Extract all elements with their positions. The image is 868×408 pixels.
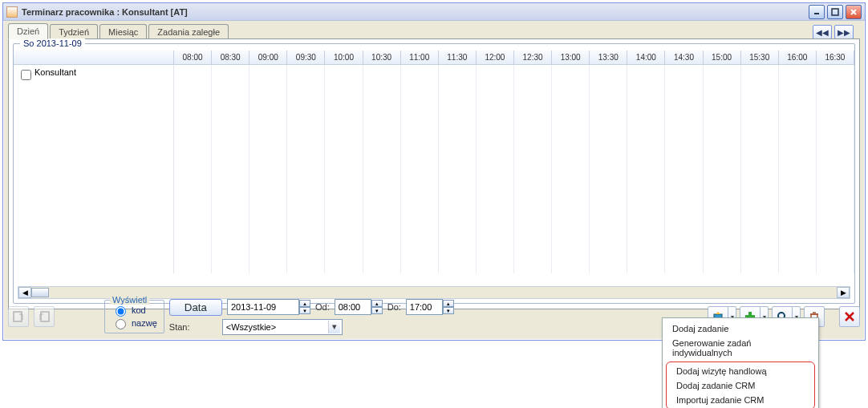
tab-week[interactable]: Tydzień xyxy=(50,24,98,39)
menu-add-task[interactable]: Dodaj zadanie xyxy=(664,321,817,336)
close-panel-button[interactable] xyxy=(839,306,860,327)
day-group: So 2013-11-09 08:00 08:30 09:00 09:30 10… xyxy=(13,43,855,304)
titlebar: Terminarz pracownika : Konsultant [AT] xyxy=(3,3,865,21)
export-icon xyxy=(12,310,25,323)
import-icon xyxy=(38,310,51,323)
time-to-input[interactable] xyxy=(406,299,443,315)
state-label: Stan: xyxy=(169,322,217,332)
close-icon xyxy=(844,311,855,322)
time-col: 14:30 xyxy=(665,50,703,64)
from-up[interactable]: ▲ xyxy=(371,300,383,307)
menu-add-crm[interactable]: Dodaj zadanie CRM xyxy=(668,378,813,393)
time-col: 09:30 xyxy=(287,50,325,64)
scroll-left-button[interactable]: ◀ xyxy=(18,287,31,298)
time-col: 12:30 xyxy=(514,50,552,64)
time-col: 13:00 xyxy=(552,50,590,64)
maximize-button[interactable] xyxy=(827,5,843,19)
time-col: 12:00 xyxy=(477,50,514,64)
to-label: Do: xyxy=(387,302,401,312)
time-col: 13:30 xyxy=(590,50,627,64)
window-title: Terminarz pracownika : Konsultant [AT] xyxy=(22,7,188,17)
time-from-input[interactable] xyxy=(335,299,371,315)
menu-highlight-box: Dodaj wizytę handlową Dodaj zadanie CRM … xyxy=(666,362,815,408)
employee-label: Konsultant xyxy=(34,67,76,77)
time-col: 09:00 xyxy=(249,50,287,64)
tab-overdue[interactable]: Zadania zaległe xyxy=(148,24,229,39)
menu-gen-individual[interactable]: Generowanie zadań indywidualnych xyxy=(664,336,817,360)
time-col: 08:30 xyxy=(212,50,249,64)
export-button[interactable] xyxy=(8,306,29,327)
tab-day[interactable]: Dzień xyxy=(8,23,48,39)
svg-rect-4 xyxy=(14,312,22,321)
prev-page-button[interactable]: ◀◀ xyxy=(813,25,832,39)
time-col: 08:00 xyxy=(174,50,212,64)
close-button[interactable] xyxy=(846,5,862,19)
import-button[interactable] xyxy=(34,306,55,327)
date-down[interactable]: ▼ xyxy=(299,307,310,314)
from-label: Od: xyxy=(315,302,330,312)
radio-nazwe[interactable]: nazwę xyxy=(112,317,157,329)
context-menu[interactable]: Dodaj zadanie Generowanie zadań indywidu… xyxy=(662,317,819,408)
date-header: So 2013-11-09 xyxy=(20,38,85,48)
time-col: 15:30 xyxy=(741,50,779,64)
date-input[interactable] xyxy=(227,299,299,315)
app-icon xyxy=(6,6,18,18)
tab-strip: Dzień Tydzień Miesiąc Zadania zaległe ◀◀… xyxy=(3,21,865,39)
date-up[interactable]: ▲ xyxy=(299,300,310,307)
menu-add-visit[interactable]: Dodaj wizytę handlową xyxy=(668,364,813,378)
time-col: 15:00 xyxy=(704,50,741,64)
time-col: 10:30 xyxy=(363,50,401,64)
state-select[interactable]: <Wszystkie> xyxy=(222,319,343,335)
from-down[interactable]: ▼ xyxy=(371,307,383,314)
scroll-thumb[interactable] xyxy=(31,288,49,297)
next-page-button[interactable]: ▶▶ xyxy=(834,25,854,39)
row-checkbox[interactable] xyxy=(21,70,31,80)
time-col: 16:30 xyxy=(817,50,854,64)
menu-import-crm[interactable]: Importuj zadanie CRM xyxy=(668,393,813,407)
time-col: 11:00 xyxy=(401,50,439,64)
time-header: 08:00 08:30 09:00 09:30 10:00 10:30 11:0… xyxy=(14,50,854,65)
to-down[interactable]: ▼ xyxy=(443,307,454,314)
to-up[interactable]: ▲ xyxy=(443,300,454,307)
time-col: 11:30 xyxy=(439,50,477,64)
time-col: 10:00 xyxy=(325,50,363,64)
schedule-grid[interactable]: Konsultant xyxy=(14,65,854,273)
display-group: Wyświetl kod nazwę xyxy=(104,300,164,333)
window: Terminarz pracownika : Konsultant [AT] D… xyxy=(2,2,866,341)
time-col: 14:00 xyxy=(627,50,665,64)
svg-rect-5 xyxy=(41,312,49,321)
scroll-right-button[interactable]: ▶ xyxy=(837,287,850,298)
tab-panel: So 2013-11-09 08:00 08:30 09:00 09:30 10… xyxy=(8,38,860,309)
date-button[interactable]: Data xyxy=(169,299,222,316)
display-group-title: Wyświetl xyxy=(110,295,149,305)
time-col: 16:00 xyxy=(779,50,817,64)
tab-month[interactable]: Miesiąc xyxy=(99,24,147,39)
svg-marker-7 xyxy=(716,312,720,314)
minimize-button[interactable] xyxy=(809,5,825,19)
row-label-cell: Konsultant xyxy=(14,65,174,273)
svg-rect-1 xyxy=(832,9,838,15)
radio-kod[interactable]: kod xyxy=(112,304,157,317)
